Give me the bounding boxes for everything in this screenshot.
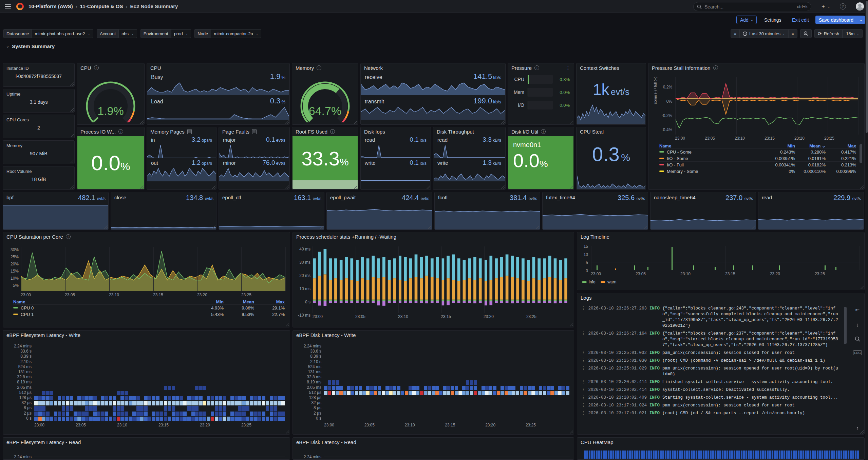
variable-value-dropdown[interactable]: prod ⌄ (171, 29, 191, 38)
log-row-menu-icon[interactable]: ⋮ (581, 366, 586, 377)
log-row-menu-icon[interactable]: ⋮ (581, 306, 586, 329)
log-timeline-bar[interactable] (733, 265, 734, 270)
user-avatar[interactable] (856, 2, 864, 11)
log-timeline-chart[interactable] (591, 246, 860, 270)
variable-value-dropdown[interactable]: mimir-phxi-obs-prod-use2 ⌄ (32, 29, 93, 38)
scroll-down-icon[interactable]: ↓ (856, 322, 859, 327)
info-icon[interactable]: i (94, 65, 99, 70)
time-forward-button[interactable]: » (788, 29, 797, 38)
info-icon[interactable]: i (118, 129, 123, 134)
search-input[interactable]: Search... ctrl+k (693, 2, 811, 11)
fs-latency-write-heatmap[interactable] (34, 344, 285, 421)
log-timeline-bar[interactable] (672, 247, 673, 270)
log-row[interactable]: ⋮2026-03-10 23:25:01.029INFOpam_unix(cro… (581, 365, 841, 378)
add-button[interactable]: Add⌄ (736, 16, 757, 24)
log-row-menu-icon[interactable]: ⋮ (581, 403, 586, 408)
legend-col-min[interactable]: Min (765, 143, 795, 148)
scroll-to-bottom-icon[interactable]: ⇤ (855, 307, 860, 313)
panel-resize-handle[interactable] (70, 160, 74, 163)
zoom-out-time-button[interactable] (800, 29, 812, 38)
legend-col-max[interactable]: Max (254, 299, 285, 304)
legend-col-name[interactable]: Name (13, 299, 193, 304)
log-row-menu-icon[interactable]: ⋮ (581, 395, 586, 401)
panel-resize-handle[interactable] (501, 120, 505, 124)
scroll-up-icon[interactable]: ↑ (856, 425, 859, 431)
series-name[interactable]: CPU 0 (21, 305, 34, 311)
log-timeline-bar[interactable] (835, 267, 836, 270)
panel-resize-handle[interactable] (285, 120, 289, 124)
settings-button[interactable]: Settings (764, 16, 781, 24)
breadcrumb-item[interactable]: 10-Platform (AWS) (29, 3, 73, 9)
legend-col-name[interactable]: Name (659, 143, 765, 148)
log-row[interactable]: ⋮2026-03-10 23:20:02.409INFOStarting sys… (581, 394, 841, 402)
log-row[interactable]: ⋮2026-03-10 23:26:27.164INFO{"caller":"b… (581, 330, 841, 349)
panel-menu-icon[interactable]: ⋮ (566, 65, 570, 71)
log-timeline-bar[interactable] (647, 267, 648, 270)
log-row-menu-icon[interactable]: ⋮ (581, 350, 586, 356)
series-name[interactable]: CPU - Some (667, 149, 692, 155)
log-row[interactable]: ⋮2026-03-10 23:25:01.032INFOpam_unix(cro… (581, 349, 841, 357)
log-file-icon[interactable]: LOG (853, 351, 862, 355)
log-timeline-bar[interactable] (825, 265, 826, 270)
log-timeline-bar[interactable] (715, 267, 716, 270)
legend-col-mean[interactable]: Mean ⌄ (795, 143, 826, 148)
logs-scrollbar[interactable] (844, 307, 847, 344)
panel-resize-handle[interactable] (70, 185, 74, 189)
info-icon[interactable]: i (66, 234, 71, 239)
series-name[interactable]: Memory - Some (667, 169, 698, 174)
disk-latency-write-heatmap[interactable] (324, 344, 570, 421)
info-icon[interactable]: i (713, 65, 718, 70)
menu-icon[interactable] (5, 4, 11, 8)
time-back-button[interactable]: « (731, 29, 740, 38)
panel-resize-handle[interactable] (70, 82, 74, 86)
panel-resize-handle[interactable] (427, 185, 430, 189)
search-logs-icon[interactable] (855, 336, 860, 342)
log-timeline-bar[interactable] (693, 265, 694, 270)
log-row[interactable]: ⋮2026-03-10 23:20:02.414INFOFinished sys… (581, 378, 841, 386)
legend-scrollbar[interactable] (860, 144, 862, 163)
legend-col-max[interactable]: Max (826, 143, 856, 148)
panel-resize-handle[interactable] (860, 286, 864, 289)
breadcrumb-item[interactable]: 11-Compute & OS (80, 3, 123, 9)
panel-links-icon[interactable] (252, 129, 257, 134)
scheduler-chart[interactable] (313, 246, 570, 313)
panel-resize-handle[interactable] (285, 185, 289, 189)
info-icon[interactable]: i (541, 129, 546, 134)
log-timeline-bar[interactable] (597, 265, 598, 270)
panel-resize-handle[interactable] (570, 323, 573, 326)
log-row[interactable]: ⋮2026-03-10 23:17:01.021INFO(root) CMD (… (581, 409, 841, 417)
variable-value-dropdown[interactable]: mimir-compactor-2a ⌄ (211, 29, 261, 38)
log-timeline-bar[interactable] (615, 268, 616, 270)
page-scrollbar[interactable] (865, 0, 868, 460)
log-timeline-bar[interactable] (752, 265, 753, 270)
panel-resize-handle[interactable] (70, 134, 74, 137)
info-icon[interactable]: i (330, 129, 335, 134)
info-icon[interactable]: i (534, 65, 539, 70)
log-timeline-bar[interactable] (779, 265, 780, 270)
panel-resize-handle[interactable] (501, 185, 505, 189)
panel-resize-handle[interactable] (212, 185, 215, 189)
refresh-button[interactable]: ⟳ Refresh (814, 29, 843, 38)
series-name[interactable]: info (589, 280, 595, 284)
log-row-menu-icon[interactable]: ⋮ (581, 379, 586, 385)
log-row-menu-icon[interactable]: ⋮ (581, 358, 586, 364)
log-row-menu-icon[interactable]: ⋮ (581, 411, 586, 416)
panel-resize-handle[interactable] (860, 185, 864, 189)
psi-chart[interactable] (675, 77, 858, 135)
series-name[interactable]: I/O - Full (667, 162, 684, 167)
exit-edit-button[interactable]: Exit edit (792, 16, 809, 24)
save-options-caret[interactable]: ⌄ (857, 16, 865, 24)
series-name[interactable]: warn (607, 280, 616, 284)
legend-col-min[interactable]: Min (193, 299, 224, 304)
log-row[interactable]: ⋮2026-03-10 23:26:27.263INFO{"caller":"b… (581, 305, 841, 330)
log-row[interactable]: ⋮2026-03-10 23:20:02.414INFOsysstat-coll… (581, 386, 841, 394)
add-menu-icon[interactable]: ＋ ⌄ (820, 3, 830, 10)
log-timeline-bar[interactable] (634, 265, 635, 270)
panel-resize-handle[interactable] (286, 323, 289, 326)
variable-value-dropdown[interactable]: obs ⌄ (118, 29, 137, 38)
log-row-menu-icon[interactable]: ⋮ (581, 331, 586, 348)
refresh-interval-picker[interactable]: 15m⌄ (843, 29, 863, 38)
info-icon[interactable]: i (317, 65, 321, 70)
log-list[interactable]: ⋮2026-03-10 23:26:27.263INFO{"caller":"b… (581, 305, 841, 432)
time-range-picker[interactable]: Last 30 minutes⌄ (740, 29, 788, 38)
